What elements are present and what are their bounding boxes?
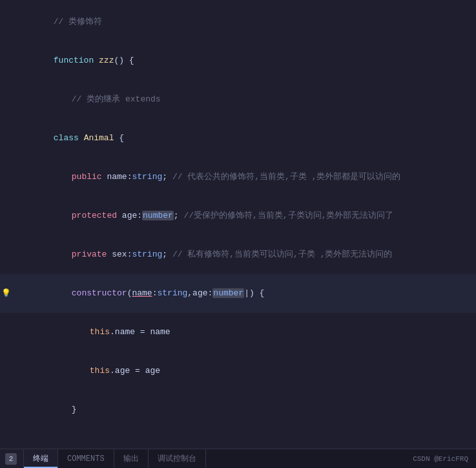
line-content-9: this.name = name (18, 313, 476, 352)
kw-class-animal: class (54, 133, 84, 143)
code-line-12 (0, 429, 476, 442)
comment-private: // 私有修饰符,当前类可以访问,子类 ,类外部无法访问的 (172, 250, 393, 259)
tab-comments[interactable]: COMMENTS (58, 449, 114, 468)
code-line-2: function zzz() { (0, 41, 476, 80)
code-line-10: this.age = age (0, 352, 476, 390)
type-number-2: number (212, 288, 244, 298)
prop-age: age (115, 366, 130, 376)
code-line-11: } (0, 390, 476, 429)
type-number-1: number (142, 211, 174, 220)
line-number-8: 💡 (0, 274, 18, 313)
line-content-4: class Animal { (18, 119, 476, 158)
comment-1: // 类修饰符 (54, 17, 102, 27)
tab-badge-number: 2 (5, 453, 17, 465)
code-line-4: class Animal { (0, 119, 476, 158)
line-content-6: protected age:number; //受保护的修饰符,当前类,子类访问… (18, 197, 476, 235)
type-string-1: string (132, 172, 162, 182)
comment-public: // 代表公共的修饰符,当前类,子类 ,类外部都是可以访问的 (172, 172, 401, 182)
type-string-2: string (132, 250, 162, 259)
code-line-3: // 类的继承 extends (0, 80, 476, 119)
line-content-11: } (18, 390, 476, 429)
tab-debug-label: 调试控制台 (158, 453, 196, 464)
lightbulb-icon[interactable]: 💡 (1, 287, 11, 300)
kw-private: private (72, 250, 112, 259)
kw-protected: protected (72, 211, 122, 220)
tab-debug-console[interactable]: 调试控制台 (149, 449, 206, 468)
tab-terminal-label: 终端 (33, 453, 48, 464)
kw-public: public (72, 172, 107, 182)
code-line-8: 💡 constructor(name:string,age:number|) { (0, 274, 476, 313)
line-content-10: this.age = age (18, 352, 476, 390)
tab-output-label: 输出 (123, 453, 139, 464)
comment-protected: //受保护的修饰符,当前类,子类访问,类外部无法访问了 (183, 211, 393, 220)
param-name: name (132, 288, 152, 298)
prop-name: name (115, 327, 135, 337)
tab-badge: 2 (0, 449, 24, 468)
kw-this-age: this (90, 366, 110, 376)
line-content-1: // 类修饰符 (18, 3, 476, 41)
code-line-1: // 类修饰符 (0, 3, 476, 41)
code-line-9: this.name = name (0, 313, 476, 352)
param-age: age (192, 288, 207, 298)
code-line-6: protected age:number; //受保护的修饰符,当前类,子类访问… (0, 197, 476, 235)
kw-function: function (54, 56, 99, 65)
comment-extends: // 类的继承 extends (72, 94, 161, 104)
code-line-13: move(distance:number) { (0, 442, 476, 449)
type-string-3: string (157, 288, 187, 298)
line-content-7: private sex:string; // 私有修饰符,当前类可以访问,子类 … (18, 235, 476, 274)
line-content-3: // 类的继承 extends (18, 80, 476, 119)
line-content-5: public name:string; // 代表公共的修饰符,当前类,子类 ,… (18, 158, 476, 197)
tab-terminal[interactable]: 终端 (24, 449, 58, 468)
fn-name-zzz: zzz (99, 56, 114, 65)
code-line-7: private sex:string; // 私有修饰符,当前类可以访问,子类 … (0, 235, 476, 274)
tab-comments-label: COMMENTS (67, 454, 105, 463)
code-line-5: public name:string; // 代表公共的修饰符,当前类,子类 ,… (0, 158, 476, 197)
line-content-2: function zzz() { (18, 41, 476, 80)
tab-output[interactable]: 输出 (114, 449, 149, 468)
author-text: CSDN @EricFRQ (413, 455, 468, 463)
tab-bar-right: CSDN @EricFRQ (413, 449, 476, 468)
code-editor: // 类修饰符 function zzz() { // 类的继承 extends… (0, 0, 476, 449)
kw-this-name: this (90, 327, 110, 337)
class-name-animal: Animal (84, 133, 114, 143)
tab-bar: 2 终端 COMMENTS 输出 调试控制台 CSDN @EricFRQ (0, 449, 476, 468)
line-content-8: constructor(name:string,age:number|) { (18, 274, 476, 313)
kw-constructor: constructor (72, 288, 127, 298)
